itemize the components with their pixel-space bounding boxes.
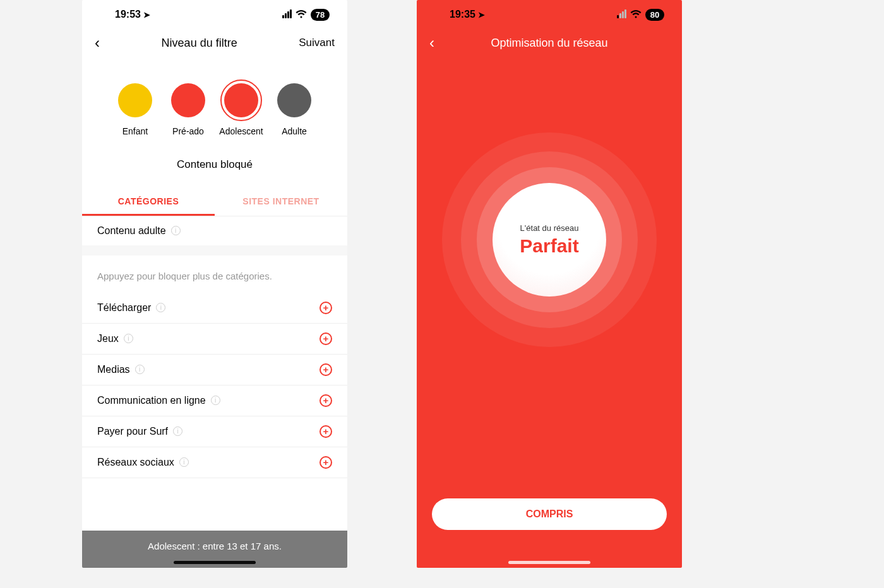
list-item[interactable]: Communication en lignei+	[82, 385, 347, 416]
confirm-button[interactable]: COMPRIS	[432, 498, 667, 530]
network-status-core: L'état du réseau Parfait	[493, 183, 606, 297]
info-icon[interactable]: i	[173, 426, 182, 436]
back-icon[interactable]: ‹	[95, 34, 100, 52]
level-dot-icon	[220, 79, 262, 121]
list-item-label: Medias	[97, 364, 130, 375]
list-item-label: Réseaux sociaux	[97, 457, 174, 468]
level-label: Adulte	[282, 126, 307, 137]
phone-network-optim: 19:35 ➤ 80 ‹ Optimisation du réseau L'ét…	[417, 0, 682, 568]
level-dot-icon	[118, 83, 152, 117]
info-icon[interactable]: i	[124, 334, 133, 343]
back-icon[interactable]: ‹	[429, 34, 434, 52]
blocked-list: Contenu adulte i	[82, 216, 347, 245]
level-label: Enfant	[122, 126, 148, 137]
tabs: CATÉGORIES SITES INTERNET	[82, 189, 347, 216]
status-label: L'état du réseau	[520, 223, 579, 233]
info-icon[interactable]: i	[211, 396, 220, 405]
level-label: Pré-ado	[172, 126, 204, 137]
status-time: 19:53	[115, 9, 141, 20]
filter-level-row: EnfantPré-adoAdolescentAdulte	[82, 83, 347, 137]
list-item-label: Payer pour Surf	[97, 426, 168, 437]
network-status-radar: L'état du réseau Parfait	[417, 126, 682, 353]
location-icon: ➤	[143, 10, 150, 20]
phone-filter-level: 19:53 ➤ 78 ‹ Niveau du filtre Suivant En…	[82, 0, 347, 568]
level-label: Adolescent	[219, 126, 263, 137]
status-bar: 19:53 ➤ 78	[82, 0, 347, 29]
blocked-content-title: Contenu bloqué	[82, 158, 347, 171]
toast-text: Adolescent : entre 13 et 17 ans.	[148, 541, 282, 551]
filter-level-adolescent[interactable]: Adolescent	[219, 83, 263, 137]
list-item[interactable]: Jeuxi+	[82, 324, 347, 355]
add-icon[interactable]: +	[320, 332, 332, 345]
add-icon[interactable]: +	[320, 425, 332, 438]
page-title: Niveau du filtre	[162, 37, 237, 50]
list-item[interactable]: Mediasi+	[82, 355, 347, 385]
page-title: Optimisation du réseau	[491, 37, 607, 50]
nav-bar: ‹ Optimisation du réseau	[417, 29, 682, 57]
list-item[interactable]: Payer pour Surfi+	[82, 416, 347, 447]
list-item[interactable]: Réseaux sociauxi+	[82, 447, 347, 478]
wifi-icon	[296, 9, 307, 20]
home-indicator[interactable]	[508, 561, 590, 564]
list-item-label: Jeux	[97, 333, 119, 344]
filter-level-enfant[interactable]: Enfant	[113, 83, 157, 137]
list-item[interactable]: Téléchargeri+	[82, 293, 347, 324]
level-dot-icon	[171, 83, 205, 117]
status-time: 19:35	[450, 9, 475, 20]
info-icon[interactable]: i	[135, 365, 145, 374]
list-item-label: Contenu adulte	[97, 225, 166, 237]
tab-sites[interactable]: SITES INTERNET	[215, 189, 347, 216]
battery-icon: 78	[311, 9, 330, 21]
level-dot-icon	[277, 83, 311, 117]
home-indicator[interactable]	[174, 561, 256, 564]
add-icon[interactable]: +	[320, 394, 332, 407]
cellular-icon	[617, 9, 626, 20]
info-icon[interactable]: i	[156, 303, 165, 312]
list-item-label: Communication en ligne	[97, 395, 206, 406]
status-bar: 19:35 ➤ 80	[417, 0, 682, 29]
hint-text: Appuyez pour bloquer plus de catégories.	[82, 256, 347, 293]
divider	[82, 245, 347, 256]
add-icon[interactable]: +	[320, 363, 332, 376]
add-icon[interactable]: +	[320, 302, 332, 314]
wifi-icon	[630, 9, 642, 20]
next-button[interactable]: Suivant	[299, 37, 335, 49]
status-value: Parfait	[520, 235, 578, 257]
tab-categories[interactable]: CATÉGORIES	[82, 189, 215, 216]
list-item-label: Télécharger	[97, 302, 151, 314]
filter-level-adulte[interactable]: Adulte	[272, 83, 316, 137]
filter-level-prado[interactable]: Pré-ado	[166, 83, 210, 137]
info-icon[interactable]: i	[179, 457, 189, 467]
cellular-icon	[282, 9, 292, 20]
location-icon: ➤	[478, 10, 485, 20]
info-icon[interactable]: i	[171, 226, 181, 235]
add-icon[interactable]: +	[320, 456, 332, 469]
battery-icon: 80	[645, 9, 664, 21]
list-item[interactable]: Contenu adulte i	[82, 216, 347, 245]
available-list: Téléchargeri+Jeuxi+Mediasi+Communication…	[82, 293, 347, 478]
nav-bar: ‹ Niveau du filtre Suivant	[82, 29, 347, 57]
